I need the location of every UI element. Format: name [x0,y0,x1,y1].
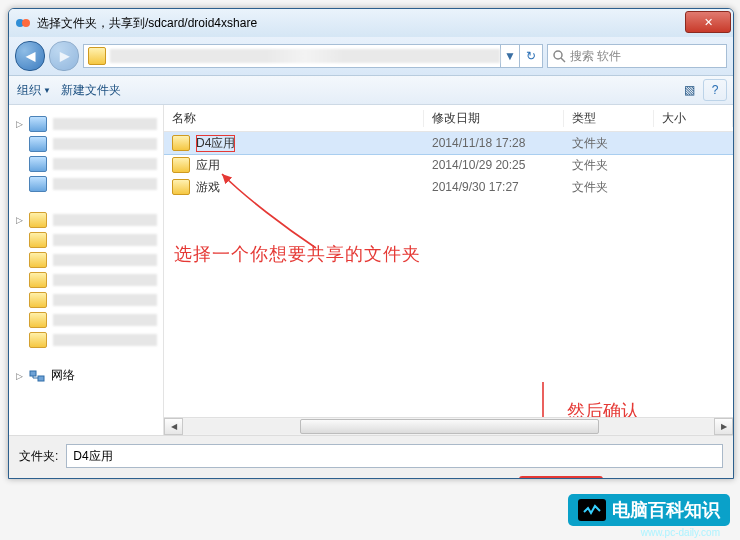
col-type[interactable]: 类型 [564,110,654,127]
watermark-url: www.pc-daily.com [641,527,720,538]
sidebar-item[interactable]: ▷ [15,211,157,229]
file-type: 文件夹 [572,135,662,152]
folder-name-value: D4应用 [73,448,112,465]
sidebar-nav: ▷ ▷ ▷ 网络 [9,105,164,435]
titlebar[interactable]: 选择文件夹，共享到/sdcard/droid4xshare ✕ [9,9,733,37]
view-icon: ▧ [684,83,695,97]
file-date: 2014/10/29 20:25 [432,158,572,172]
col-name[interactable]: 名称 [164,110,424,127]
svg-line-3 [561,58,565,62]
sidebar-item[interactable]: ▷ [15,115,157,133]
file-rows: D4应用 2014/11/18 17:28 文件夹 应用 2014/10/29 … [164,132,733,417]
file-type: 文件夹 [572,179,662,196]
folder-icon [172,179,190,195]
list-item[interactable]: D4应用 2014/11/18 17:28 文件夹 [164,132,733,154]
refresh-icon: ↻ [526,49,536,63]
watermark: 电脑百科知识 www.pc-daily.com [568,494,730,526]
search-placeholder: 搜索 软件 [570,48,621,65]
svg-rect-5 [38,376,44,381]
file-type: 文件夹 [572,157,662,174]
sidebar-item[interactable] [15,311,157,329]
horizontal-scrollbar[interactable]: ◀ ▶ [164,417,733,435]
sidebar-item[interactable] [15,271,157,289]
confirm-button-highlight[interactable] [519,476,603,479]
sidebar-network-label: 网络 [51,367,75,384]
organize-menu[interactable]: 组织 ▼ [17,82,51,99]
folder-picker-window: 选择文件夹，共享到/sdcard/droid4xshare ✕ ◀ ▶ ▼ ↻ [8,8,734,479]
folder-name-input[interactable]: D4应用 [66,444,723,468]
sidebar-item[interactable] [15,231,157,249]
annotation-text: 选择一个你想要共享的文件夹 [174,242,421,266]
scroll-track[interactable] [183,419,714,434]
nav-area: ◀ ▶ ▼ ↻ 搜索 软件 [9,37,733,76]
annotation-text: 然后确认 [567,399,639,417]
file-date: 2014/11/18 17:28 [432,136,572,150]
nav-forward-button[interactable]: ▶ [49,41,79,71]
col-size[interactable]: 大小 [654,110,733,127]
chevron-right-icon: ▶ [721,422,727,431]
nav-back-button[interactable]: ◀ [15,41,45,71]
monitor-icon [578,499,606,521]
svg-point-2 [554,51,562,59]
close-icon: ✕ [704,17,713,28]
help-icon: ? [712,83,719,97]
annotation-arrow-icon [523,382,563,417]
sidebar-item[interactable] [15,175,157,193]
view-options-button[interactable]: ▧ [677,79,701,101]
file-date: 2014/9/30 17:27 [432,180,572,194]
sidebar-item[interactable] [15,155,157,173]
close-button[interactable]: ✕ [685,11,731,33]
refresh-button[interactable]: ↻ [520,45,542,67]
sidebar-item[interactable] [15,291,157,309]
scroll-left-button[interactable]: ◀ [164,418,183,435]
organize-label: 组织 [17,82,41,99]
footer-area: 文件夹: D4应用 [9,435,733,478]
address-dropdown-button[interactable]: ▼ [501,45,519,67]
folder-name-label: 文件夹: [19,448,58,465]
dialog-body: ▷ ▷ ▷ 网络 [9,105,733,435]
folder-icon [172,135,190,151]
address-path-blurred [110,49,500,63]
svg-point-1 [22,19,30,27]
search-input[interactable]: 搜索 软件 [547,44,727,68]
sidebar-item[interactable] [15,251,157,269]
arrow-right-icon: ▶ [60,49,69,63]
network-icon [29,368,45,384]
sidebar-item[interactable] [15,135,157,153]
chevron-down-icon: ▼ [504,49,516,63]
watermark-text: 电脑百科知识 [612,498,720,522]
arrow-left-icon: ◀ [26,49,35,63]
sidebar-item-network[interactable]: ▷ 网络 [15,367,157,384]
sidebar-item[interactable] [15,331,157,349]
scroll-thumb[interactable] [300,419,599,434]
new-folder-button[interactable]: 新建文件夹 [61,82,121,99]
svg-rect-4 [30,371,36,376]
window-title: 选择文件夹，共享到/sdcard/droid4xshare [37,15,257,32]
app-icon [15,15,31,31]
scroll-right-button[interactable]: ▶ [714,418,733,435]
folder-icon [172,157,190,173]
file-list-area: 名称 修改日期 类型 大小 D4应用 2014/11/18 17:28 文件夹 … [164,105,733,435]
toolbar: 组织 ▼ 新建文件夹 ▧ ? [9,76,733,105]
search-icon [552,49,566,63]
file-name: D4应用 [196,135,235,152]
chevron-left-icon: ◀ [171,422,177,431]
address-bar[interactable]: ▼ ↻ [83,44,543,68]
col-date[interactable]: 修改日期 [424,110,564,127]
folder-icon [88,47,106,65]
column-headers: 名称 修改日期 类型 大小 [164,105,733,132]
help-button[interactable]: ? [703,79,727,101]
chevron-down-icon: ▼ [43,86,51,95]
